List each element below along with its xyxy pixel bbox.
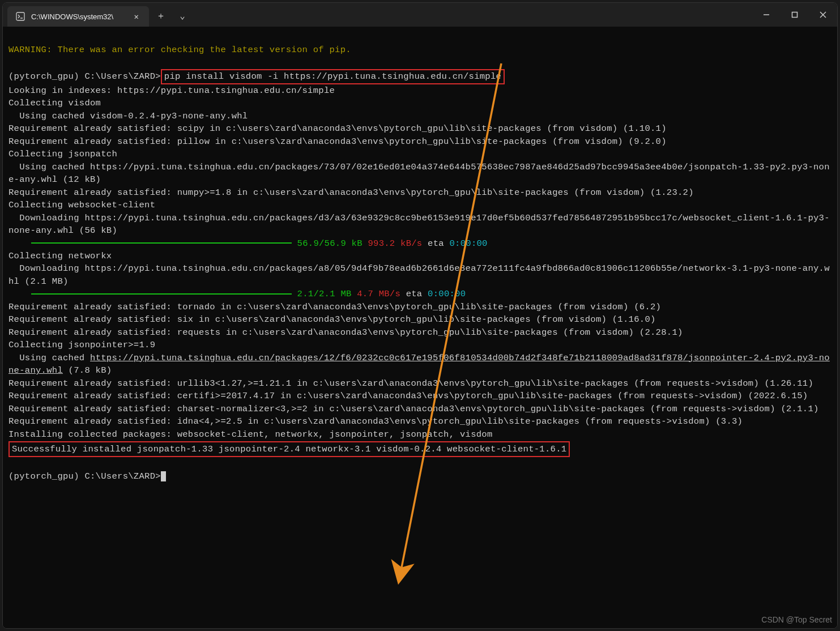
- terminal-content[interactable]: WARNING: There was an error checking the…: [3, 27, 837, 628]
- progress-eta: 0:00:00: [428, 289, 466, 299]
- new-tab-button[interactable]: ＋: [151, 6, 170, 25]
- watermark: CSDN @Top Secret: [761, 615, 832, 624]
- output-line: Using cached https://pypi.tuna.tsinghua.…: [8, 353, 830, 376]
- output-line: Collecting websocket-client: [8, 200, 155, 210]
- output-line: Looking in indexes: https://pypi.tuna.ts…: [8, 86, 335, 96]
- output-line: Downloading https://pypi.tuna.tsinghua.e…: [8, 263, 830, 286]
- output-line: Requirement already satisfied: certifi>=…: [8, 391, 808, 401]
- svg-rect-0: [16, 12, 24, 20]
- prompt-env: (pytorch_gpu): [8, 71, 84, 82]
- prompt: (pytorch_gpu) C:\Users\ZARD>: [8, 471, 161, 481]
- output-line: Installing collected packages: websocket…: [8, 429, 493, 440]
- progress-size: 56.9/56.9 kB: [297, 238, 363, 249]
- progress-eta-label: eta: [428, 238, 444, 249]
- terminal-window: C:\WINDOWS\system32\ ✕ ＋ ⌄ WARNING: Ther…: [2, 2, 838, 629]
- svg-rect-3: [792, 12, 798, 18]
- output-line: Requirement already satisfied: charset-n…: [8, 404, 819, 414]
- minimize-button[interactable]: [752, 3, 781, 27]
- cursor: [161, 471, 166, 481]
- window-controls: [752, 3, 837, 27]
- highlighted-command: pip install visdom -i https://pypi.tuna.…: [161, 69, 505, 84]
- terminal-icon: [15, 11, 25, 22]
- maximize-button[interactable]: [781, 3, 809, 27]
- titlebar[interactable]: C:\WINDOWS\system32\ ✕ ＋ ⌄: [3, 3, 837, 27]
- output-line: Using cached visdom-0.2.4-py3-none-any.w…: [8, 111, 248, 121]
- progress-bar: 56.9/56.9 kB 993.2 kB/s eta 0:00:00: [8, 238, 488, 249]
- progress-speed: 4.7 MB/s: [357, 289, 400, 299]
- output-line: Requirement already satisfied: pillow in…: [8, 137, 667, 147]
- output-line: Using cached https://pypi.tuna.tsinghua.…: [8, 162, 830, 185]
- output-line: Requirement already satisfied: tornado i…: [8, 302, 661, 312]
- output-line: Requirement already satisfied: scipy in …: [8, 123, 667, 134]
- highlighted-success: Successfully installed jsonpatch-1.33 js…: [8, 441, 570, 457]
- progress-speed: 993.2 kB/s: [368, 238, 422, 249]
- output-line: Requirement already satisfied: requests …: [8, 327, 683, 338]
- output-line: Requirement already satisfied: urllib3<1…: [8, 378, 813, 389]
- progress-eta: 0:00:00: [449, 238, 487, 249]
- output-line: Requirement already satisfied: idna<4,>=…: [8, 416, 743, 427]
- output-line: Collecting jsonpatch: [8, 149, 117, 159]
- progress-eta-label: eta: [406, 289, 423, 299]
- cached-url: https://pypi.tuna.tsinghua.edu.cn/packag…: [8, 353, 830, 376]
- prompt-path: C:\Users\ZARD>: [84, 71, 160, 82]
- progress-size: 2.1/2.1 MB: [297, 289, 352, 299]
- close-button[interactable]: [809, 3, 837, 27]
- tab-title: C:\WINDOWS\system32\: [31, 12, 125, 21]
- progress-bar: 2.1/2.1 MB 4.7 MB/s eta 0:00:00: [8, 289, 466, 299]
- output-line: Requirement already satisfied: six in c:…: [8, 314, 656, 325]
- output-line: Downloading https://pypi.tuna.tsinghua.e…: [8, 213, 830, 236]
- output-line: Collecting networkx: [8, 251, 112, 261]
- tab-close-button[interactable]: ✕: [131, 11, 142, 23]
- output-line: Collecting jsonpointer>=1.9: [8, 340, 155, 350]
- warning-line: WARNING: There was an error checking the…: [8, 45, 351, 55]
- output-line: Requirement already satisfied: numpy>=1.…: [8, 187, 694, 198]
- tab-active[interactable]: C:\WINDOWS\system32\ ✕: [7, 6, 149, 27]
- output-line: Collecting visdom: [8, 98, 101, 108]
- tab-dropdown-button[interactable]: ⌄: [173, 6, 192, 25]
